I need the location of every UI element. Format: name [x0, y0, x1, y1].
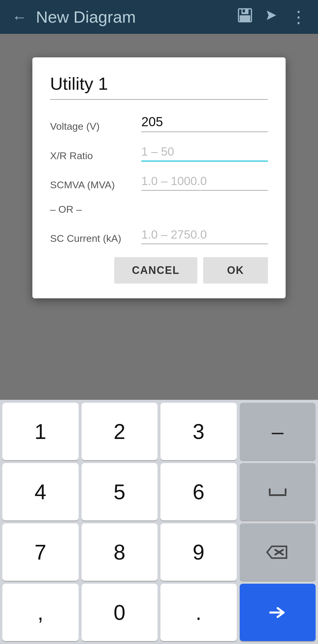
- scmva-row: SCMVA (MVA) 1.0 – 1000.0: [50, 174, 268, 191]
- key-0[interactable]: 0: [82, 584, 158, 641]
- key-delete[interactable]: [240, 523, 316, 581]
- key-3[interactable]: 3: [160, 403, 237, 460]
- key-minus[interactable]: –: [240, 403, 316, 460]
- key-comma[interactable]: ,: [2, 584, 79, 641]
- scmva-input[interactable]: 1.0 – 1000.0: [141, 174, 268, 191]
- back-button[interactable]: ←: [12, 8, 27, 26]
- xr-ratio-label: X/R Ratio: [50, 150, 141, 162]
- app-bar: ← New Diagram ⋮: [0, 0, 318, 34]
- key-4[interactable]: 4: [2, 463, 79, 520]
- xr-ratio-placeholder: 1 – 50: [141, 145, 174, 158]
- svg-marker-8: [267, 546, 286, 558]
- svg-marker-4: [267, 11, 276, 20]
- page-title: New Diagram: [36, 7, 237, 26]
- key-2[interactable]: 2: [82, 403, 158, 460]
- key-9[interactable]: 9: [160, 523, 237, 581]
- cancel-button[interactable]: CANCEL: [114, 257, 197, 284]
- svg-rect-5: [269, 494, 286, 496]
- key-period[interactable]: .: [160, 584, 237, 641]
- xr-ratio-row: X/R Ratio 1 – 50: [50, 145, 268, 162]
- keyboard-row-1: 1 2 3 –: [2, 403, 316, 460]
- sc-current-input[interactable]: 1.0 – 2750.0: [141, 228, 268, 244]
- scmva-placeholder: 1.0 – 1000.0: [141, 174, 207, 187]
- dialog-title: Utility 1: [50, 74, 268, 100]
- scmva-label: SCMVA (MVA): [50, 179, 141, 191]
- keyboard-row-4: , 0 .: [2, 584, 316, 641]
- voltage-value: 205: [141, 114, 163, 129]
- key-6[interactable]: 6: [160, 463, 237, 520]
- key-1[interactable]: 1: [2, 403, 79, 460]
- ok-button[interactable]: OK: [203, 257, 268, 284]
- key-7[interactable]: 7: [2, 523, 79, 581]
- svg-rect-2: [240, 15, 250, 21]
- dialog: Utility 1 Voltage (V) 205 X/R Ratio 1 – …: [32, 57, 286, 298]
- sc-current-label: SC Current (kA): [50, 233, 141, 244]
- main-content: Utility 1 Voltage (V) 205 X/R Ratio 1 – …: [0, 34, 318, 400]
- xr-ratio-input[interactable]: 1 – 50: [141, 145, 268, 162]
- save-icon[interactable]: [237, 8, 253, 26]
- voltage-label: Voltage (V): [50, 121, 141, 132]
- or-divider: – OR –: [50, 204, 268, 215]
- more-options-icon[interactable]: ⋮: [290, 7, 306, 26]
- voltage-input[interactable]: 205: [141, 114, 268, 132]
- key-space[interactable]: [240, 463, 316, 520]
- key-8[interactable]: 8: [82, 523, 158, 581]
- keyboard-row-3: 7 8 9: [2, 523, 316, 581]
- dialog-buttons: CANCEL OK: [50, 257, 268, 284]
- svg-rect-3: [243, 9, 245, 12]
- sc-current-placeholder: 1.0 – 2750.0: [141, 228, 207, 241]
- voltage-row: Voltage (V) 205: [50, 114, 268, 132]
- keyboard: 1 2 3 – 4 5 6 7 8 9 , 0: [0, 400, 318, 644]
- send-icon[interactable]: [264, 8, 279, 26]
- sc-current-row: SC Current (kA) 1.0 – 2750.0: [50, 228, 268, 244]
- key-5[interactable]: 5: [82, 463, 158, 520]
- svg-rect-6: [269, 488, 271, 494]
- svg-rect-7: [285, 488, 286, 494]
- app-bar-actions: ⋮: [237, 7, 306, 26]
- key-enter[interactable]: [240, 584, 316, 641]
- keyboard-row-2: 4 5 6: [2, 463, 316, 520]
